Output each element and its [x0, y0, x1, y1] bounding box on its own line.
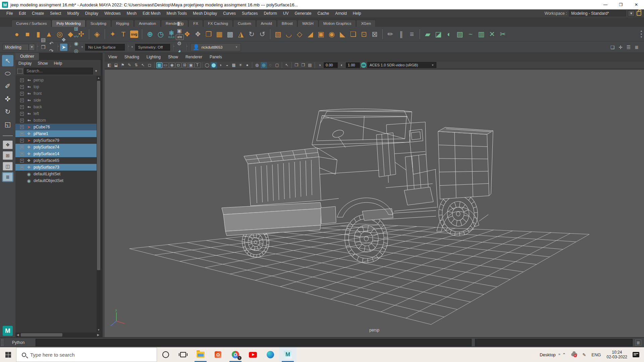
layout-outliner-persp-button[interactable]: ≣ [3, 173, 13, 181]
outliner-item-pPlane1[interactable]: +❖pPlane1 [15, 130, 101, 137]
channel-box-toggle-icon[interactable]: ☰ [625, 44, 632, 51]
scroll-right-arrow-icon[interactable]: ▶ [96, 333, 101, 337]
scroll-down-arrow-icon[interactable]: ▼ [97, 328, 101, 331]
expand-icon[interactable]: + [20, 78, 24, 82]
layout-four-pane-button[interactable]: ⊞ [3, 151, 13, 160]
move-tool[interactable]: ✜ [2, 93, 13, 105]
shelf-extrude-icon[interactable]: ▧ [273, 29, 283, 40]
outliner-item-persp[interactable]: +■◂persp [15, 77, 101, 83]
outliner-search-dropdown-arrow-icon[interactable]: ▼ [93, 69, 99, 73]
shelf-mirror-geometry-icon[interactable]: ◮ [236, 29, 246, 40]
perspective-viewport[interactable]: ViewShadingLightingShowRendererPanels ◧⬓… [105, 53, 644, 337]
cortana-button[interactable] [157, 347, 174, 362]
select-tool[interactable]: ↖ [2, 55, 13, 66]
viewport-menu-shading[interactable]: Shading [121, 55, 143, 59]
anti-alias-icon[interactable]: ◌ [267, 62, 274, 68]
file-explorer-button[interactable] [192, 347, 209, 362]
menu-mesh-tools[interactable]: Mesh Tools [164, 9, 190, 17]
shelf-camera-uv-icon[interactable]: ◐ [444, 29, 454, 40]
scrollbar-thumb[interactable] [97, 81, 100, 270]
render-current-frame-icon[interactable]: ▣ [176, 27, 183, 35]
gamma-field[interactable]: 1.00 [346, 62, 360, 68]
shelf-cut-uv-icon[interactable]: ✕ [487, 29, 497, 40]
shelf-duplicate-face-icon[interactable]: ❐ [204, 29, 214, 40]
status-separator[interactable] [128, 44, 128, 51]
menu-edit-mesh[interactable]: Edit Mesh [140, 9, 163, 17]
ipr-render-icon[interactable]: IPR [176, 35, 184, 40]
outliner-horizontal-scrollbar[interactable]: ◀ ▶ [15, 333, 101, 337]
camera-attributes-icon[interactable]: ⚑ [120, 62, 126, 68]
shelf-sew-uv-icon[interactable]: ✂ [498, 29, 508, 40]
image-plane-icon[interactable]: ⇅ [133, 62, 140, 68]
chrome-button[interactable]: S [227, 347, 244, 362]
menu-edit[interactable]: Edit [16, 9, 29, 17]
scroll-left-arrow-icon[interactable]: ◀ [15, 333, 20, 337]
expand-icon[interactable]: + [20, 105, 24, 109]
shelf-tab-rigging[interactable]: Rigging [111, 20, 134, 27]
resolution-gate-icon[interactable]: ◉ [169, 62, 175, 68]
outliner-menu-display[interactable]: Display [15, 61, 35, 66]
outliner-item-bottom[interactable]: +■◂bottom [15, 117, 101, 124]
render-settings-icon[interactable]: ⚙ [176, 40, 183, 47]
shelf-append-polygon-icon[interactable]: ◇ [294, 29, 305, 40]
menu-generate[interactable]: Generate [291, 9, 314, 17]
shelf-tab-xgen[interactable]: XGen [356, 20, 375, 27]
shelf-sweep-mesh-icon[interactable]: ✦ [108, 29, 118, 40]
menu-set-select[interactable]: Modeling [3, 44, 29, 51]
outliner-title-tab[interactable]: Outliner [15, 53, 39, 60]
symmetry-field[interactable]: Symmetry: Off [135, 44, 170, 51]
menu-deform[interactable]: Deform [261, 9, 280, 17]
depth-of-field-icon[interactable]: ▢ [274, 62, 280, 68]
shelf-tab-custom[interactable]: Custom [233, 20, 256, 27]
shelf-planar-map-icon[interactable]: ▰ [423, 29, 433, 40]
task-view-button[interactable] [174, 347, 192, 362]
workspace-lock-icon[interactable] [637, 11, 641, 16]
shelf-offset-edge-loop-icon[interactable]: ≡ [407, 29, 417, 40]
shelf-quadrangulate-icon[interactable]: ❏ [348, 29, 358, 40]
shelf-fill-hole-icon[interactable]: ▣ [316, 29, 326, 40]
outliner-item-polySurface14[interactable]: +❖polySurface14 [15, 150, 101, 157]
scrollbar-thumb[interactable] [21, 333, 62, 337]
symmetry-options-arrow-icon[interactable]: ▼ [131, 46, 133, 49]
outliner-item-defaultObjectSet[interactable]: ◉defaultObjectSet [15, 177, 101, 184]
outliner-item-side[interactable]: +■◂side [15, 97, 101, 104]
shelf-poly-text-icon[interactable]: T [118, 29, 128, 40]
taskbar-search-box[interactable]: Type here to search [16, 347, 157, 362]
outliner-item-left[interactable]: +■◂left [15, 110, 101, 117]
shelf-poly-sphere-icon[interactable]: ● [12, 29, 22, 40]
outliner-item-top[interactable]: +■◂top [15, 83, 101, 90]
pen-tray-icon[interactable]: ✎ [579, 352, 589, 357]
isolate-select-icon[interactable]: ↖ [284, 62, 290, 68]
menu-curves[interactable]: Curves [220, 9, 239, 17]
overscan-icon[interactable]: ◻ [147, 62, 153, 68]
expand-icon[interactable]: + [20, 112, 24, 116]
motion-blur-icon[interactable]: ◎ [261, 62, 267, 68]
film-gate-icon[interactable]: ▭ [163, 62, 169, 68]
new-scene-icon[interactable]: ▤ [40, 36, 47, 44]
color-management-on-icon[interactable]: ON [361, 62, 366, 68]
command-line-input[interactable] [36, 339, 472, 346]
snap-point-icon[interactable]: ◉ [72, 40, 80, 47]
bookmark-icon[interactable]: ✎ [126, 62, 133, 68]
shadows-icon[interactable]: ● [244, 62, 251, 68]
shelf-make-live-icon[interactable]: ⊕ [145, 29, 155, 40]
shelf-tab-fx-caching[interactable]: FX Caching [203, 20, 233, 27]
lasso-tool[interactable]: ⬭ [2, 68, 13, 79]
shelf-tab-arnold[interactable]: Arnold [256, 20, 277, 27]
action-center-icon[interactable] [633, 352, 639, 357]
outliner-item-polySurface73[interactable]: +❖polySurface73 [15, 164, 101, 171]
shelf-scroll-down-icon[interactable]: ▼ [640, 36, 643, 39]
status-separator[interactable] [173, 44, 173, 51]
snap-curve-icon[interactable]: 〰 [72, 33, 80, 40]
layout-two-pane-button[interactable]: ◫ [3, 162, 13, 171]
outliner-menu-show[interactable]: Show [35, 61, 51, 66]
scale-tool[interactable]: ◱ [2, 119, 13, 130]
outliner-item-back[interactable]: +■◂back [15, 104, 101, 110]
safe-title-icon[interactable]: T [195, 62, 201, 68]
use-all-lights-icon[interactable]: ☀ [237, 62, 244, 68]
menu-create[interactable]: Create [29, 9, 47, 17]
menu-cache[interactable]: Cache [314, 9, 332, 17]
sequence-buffer-icon[interactable]: ❐ [300, 62, 307, 68]
textured-icon[interactable]: ◑ [217, 62, 224, 68]
shelf-reset-transform-icon[interactable]: ◷ [156, 29, 166, 40]
